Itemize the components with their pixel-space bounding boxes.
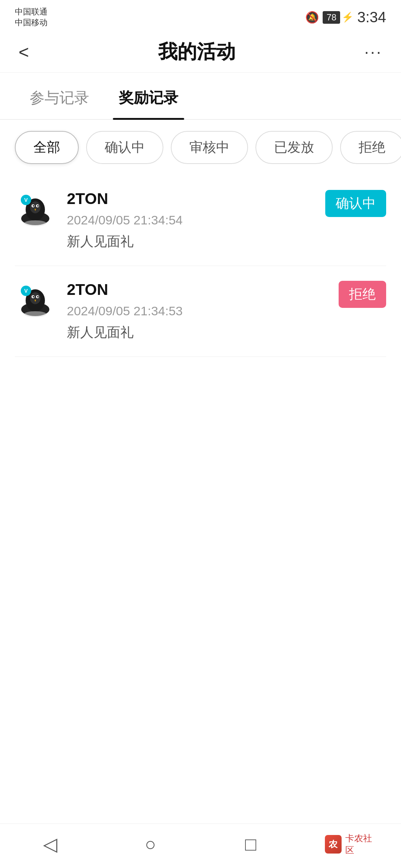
recent-nav-icon: □ bbox=[245, 834, 256, 855]
page-title: 我的活动 bbox=[158, 39, 235, 65]
header: < 我的活动 ··· bbox=[0, 32, 401, 73]
item-content: 2TON 2024/09/05 21:34:54 新人见面礼 bbox=[67, 190, 314, 251]
item-time: 2024/09/05 21:34:53 bbox=[67, 304, 327, 318]
more-button[interactable]: ··· bbox=[364, 43, 382, 61]
status-bar: 中国联通 中国移动 🔕 78 ⚡ 3:34 bbox=[0, 0, 401, 32]
svg-text:V: V bbox=[24, 288, 28, 294]
bell-icon: 🔕 bbox=[305, 11, 319, 24]
filter-rejected[interactable]: 拒绝 bbox=[340, 131, 401, 164]
item-desc: 新人见面礼 bbox=[67, 323, 327, 342]
status-badge-rejected: 拒绝 bbox=[339, 281, 386, 308]
tab-participation[interactable]: 参与记录 bbox=[15, 76, 104, 119]
logo-text: 卡农社区 bbox=[345, 832, 377, 856]
clock: 3:34 bbox=[357, 9, 386, 26]
svg-point-6 bbox=[37, 205, 39, 207]
back-button[interactable]: < bbox=[19, 42, 29, 62]
filter-confirming[interactable]: 确认中 bbox=[86, 131, 163, 164]
svg-text:V: V bbox=[24, 197, 28, 203]
reward-list: V 2TON 2024/09/05 21:34:54 新人见面礼 确认中 bbox=[0, 175, 401, 357]
svg-point-13 bbox=[30, 292, 40, 304]
nav-recent-button[interactable]: □ bbox=[225, 829, 277, 859]
item-name: 2TON bbox=[67, 190, 314, 208]
nav-home-button[interactable]: ○ bbox=[124, 829, 176, 859]
logo-icon: 农 bbox=[325, 835, 342, 854]
filter-bar: 全部 确认中 审核中 已发放 拒绝 bbox=[0, 120, 401, 175]
carrier2: 中国移动 bbox=[15, 17, 48, 28]
kanong-logo: 农 卡农社区 bbox=[325, 832, 377, 856]
svg-point-2 bbox=[30, 201, 40, 213]
list-item[interactable]: V 2TON 2024/09/05 21:34:54 新人见面礼 确认中 bbox=[15, 175, 386, 266]
list-item[interactable]: V 2TON 2024/09/05 21:34:53 新人见面礼 拒绝 bbox=[15, 266, 386, 357]
svg-point-5 bbox=[33, 205, 34, 207]
nav-back-button[interactable]: ◁ bbox=[24, 829, 76, 859]
home-nav-icon: ○ bbox=[145, 834, 156, 855]
tab-bar: 参与记录 奖励记录 bbox=[0, 76, 401, 120]
item-time: 2024/09/05 21:34:54 bbox=[67, 213, 314, 227]
item-name: 2TON bbox=[67, 281, 327, 299]
status-right: 🔕 78 ⚡ 3:34 bbox=[305, 9, 386, 26]
item-desc: 新人见面礼 bbox=[67, 233, 314, 251]
tab-reward[interactable]: 奖励记录 bbox=[104, 76, 193, 119]
carrier1: 中国联通 bbox=[15, 7, 48, 17]
item-icon: V bbox=[15, 281, 56, 322]
filter-reviewing[interactable]: 审核中 bbox=[171, 131, 248, 164]
svg-point-21 bbox=[24, 311, 46, 317]
item-icon: V bbox=[15, 190, 56, 231]
nav-logo-button[interactable]: 农 卡农社区 bbox=[325, 829, 377, 859]
status-badge-confirming: 确认中 bbox=[325, 190, 386, 217]
carrier-info: 中国联通 中国移动 bbox=[15, 7, 48, 28]
bottom-nav: ◁ ○ □ 农 卡农社区 bbox=[0, 823, 401, 868]
filter-issued[interactable]: 已发放 bbox=[255, 131, 333, 164]
lightning-icon: ⚡ bbox=[342, 11, 353, 23]
battery-value: 78 bbox=[323, 11, 340, 24]
item-content: 2TON 2024/09/05 21:34:53 新人见面礼 bbox=[67, 281, 327, 342]
back-nav-icon: ◁ bbox=[43, 834, 57, 855]
svg-point-16 bbox=[33, 296, 34, 297]
filter-all[interactable]: 全部 bbox=[15, 131, 79, 164]
battery-indicator: 78 ⚡ bbox=[323, 11, 353, 24]
svg-point-10 bbox=[24, 220, 46, 226]
svg-point-17 bbox=[37, 296, 39, 297]
